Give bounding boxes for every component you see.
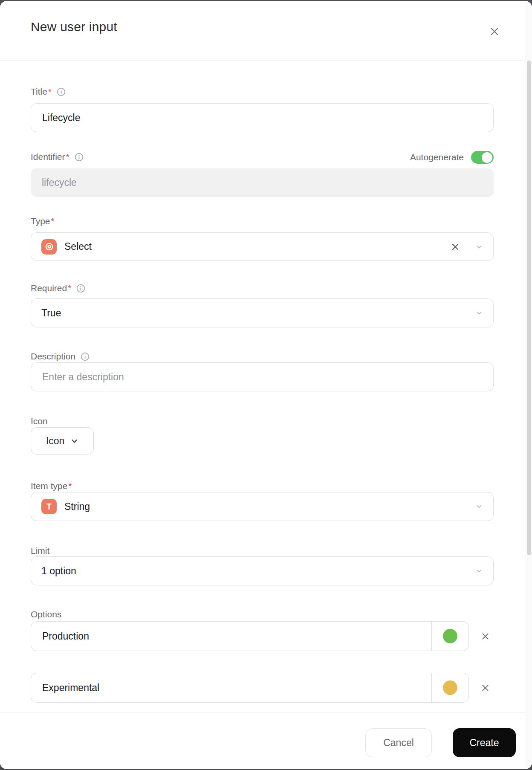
chevron-down-icon [475,503,483,510]
description-label: Description [31,351,75,362]
option-value-input[interactable] [31,622,431,651]
header-divider [0,60,532,61]
icon-picker-button[interactable]: Icon [31,427,94,454]
required-asterisk: * [48,87,52,97]
limit-label: Limit [31,546,49,556]
string-type-icon: T [41,499,57,514]
icon-label-row: Icon [31,415,48,427]
select-type-icon [41,239,57,255]
limit-select[interactable]: 1 option [31,556,494,585]
remove-icon [480,631,490,641]
autogenerate-label: Autogenerate [410,152,464,162]
type-clear-button[interactable] [451,242,460,252]
required-label: Required [31,283,67,293]
required-info-icon[interactable] [76,284,86,293]
chevron-down-icon [475,567,483,575]
option-color-dot [443,680,457,695]
item-type-select[interactable]: T String [31,492,494,521]
item-type-label: Item type [31,481,67,491]
description-info-icon[interactable] [80,352,90,362]
options-label-row: Options [31,608,61,620]
required-select-value: True [41,307,61,319]
type-select-value: Select [64,241,92,252]
item-type-select-value: String [64,501,90,512]
clear-icon [451,242,460,252]
chevron-down-icon [475,309,483,317]
required-label-row: Required* [31,282,86,294]
option-value-input[interactable] [31,673,431,702]
create-button[interactable]: Create [453,728,516,757]
limit-label-row: Limit [31,545,49,557]
required-asterisk: * [66,152,69,162]
cancel-button[interactable]: Cancel [365,728,432,757]
icon-label: Icon [31,416,48,426]
title-input[interactable] [31,103,494,132]
item-type-label-row: Item type* [31,480,72,492]
icon-picker-label: Icon [46,435,64,447]
new-user-input-dialog: New user input Title* Identifier* Autoge… [0,1,532,769]
identifier-label: Identifier [31,152,65,162]
option-row [31,673,469,703]
dialog-footer: Cancel Create [0,712,532,769]
remove-icon [480,683,490,693]
autogenerate-row: Autogenerate [410,151,494,164]
identifier-label-row: Identifier* [31,151,84,163]
chevron-down-icon [475,243,483,251]
description-input[interactable] [31,362,494,391]
chevron-down-icon [70,437,78,445]
identifier-info-icon[interactable] [74,152,84,162]
option-remove-button[interactable] [477,628,493,644]
title-label-row: Title* [31,86,66,98]
scrollbar-track[interactable] [526,1,532,769]
title-info-icon[interactable] [56,87,66,97]
title-label: Title [31,87,47,97]
limit-select-value: 1 option [41,565,76,577]
toggle-knob [482,152,492,163]
option-remove-button[interactable] [477,680,493,695]
type-label-row: Type* [31,215,55,227]
scrollbar-thumb[interactable] [527,61,531,555]
close-icon [489,26,500,38]
dialog-title: New user input [31,20,117,34]
options-label: Options [31,609,61,619]
option-color-dot [443,629,457,643]
required-select[interactable]: True [31,298,494,327]
option-color-picker[interactable] [432,673,468,702]
option-row [31,621,469,651]
type-label: Type [31,216,50,226]
description-label-row: Description [31,350,90,362]
required-asterisk: * [68,283,71,293]
autogenerate-toggle[interactable] [471,151,494,164]
required-asterisk: * [51,216,55,226]
close-button[interactable] [488,25,501,38]
identifier-input[interactable] [31,168,494,197]
type-select[interactable]: Select [31,232,494,261]
option-color-picker[interactable] [432,622,468,651]
required-asterisk: * [68,481,72,491]
